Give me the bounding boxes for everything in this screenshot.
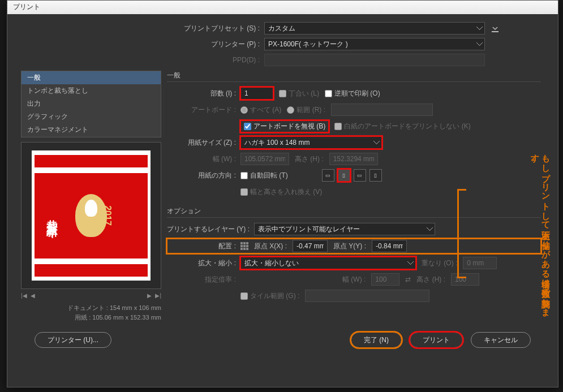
window-title: プリント — [13, 3, 40, 11]
paper-height-input — [329, 153, 378, 165]
ratio-h-input — [451, 273, 479, 286]
last-page-icon[interactable]: ▶| — [155, 292, 161, 299]
origin-x-input[interactable] — [293, 240, 328, 252]
ratio-h-label: 高さ (H) : — [416, 275, 445, 285]
preview-area: 恭賀新年 2017 — [21, 142, 161, 289]
ratio-w-label: 幅 (W) : — [342, 275, 366, 285]
layers-label: プリントするレイヤー (Y) : — [167, 225, 254, 234]
paper-height-label: 高さ (H) : — [295, 154, 324, 164]
tile-range-input — [305, 290, 429, 302]
ratio-label: 指定倍率 : — [167, 275, 240, 285]
paper-size-select[interactable]: ハガキ 100 x 148 mm — [240, 136, 382, 149]
scale-label: 拡大・縮小 : — [167, 259, 240, 268]
paper-width-label: 幅 (W) : — [167, 154, 240, 164]
reverse-checkbox[interactable] — [325, 90, 332, 97]
auto-rotate-checkbox[interactable] — [240, 172, 248, 179]
paper-size-label: 用紙サイズ (Z) : — [167, 138, 240, 148]
preview-nav: |◀ ◀ ▶ ▶| — [21, 292, 161, 299]
category-item-color[interactable]: カラーマネジメント — [22, 123, 161, 136]
placement-grid-icon[interactable] — [240, 242, 248, 250]
artboard-label: アートボード : — [167, 105, 240, 115]
printer-label: プリンター (P) : — [21, 40, 264, 49]
placement-label: 配置 : — [167, 242, 240, 251]
category-list: 一般 トンボと裁ち落とし 出力 グラフィック カラーマネジメント — [21, 71, 161, 137]
cancel-button[interactable]: キャンセル — [471, 332, 531, 348]
category-item-marks[interactable]: トンボと裁ち落とし — [22, 84, 161, 97]
link-icon: ⇄ — [405, 275, 411, 283]
collate-checkbox — [279, 90, 286, 97]
artboard-all-radio — [240, 106, 248, 114]
doc-dimensions: ドキュメント : 154 mm x 106 mm — [21, 303, 161, 313]
print-dialog: プリント プリントプリセット (S) : カスタム プリンター (P) : PX… — [7, 0, 558, 387]
overlap-input — [463, 257, 497, 269]
next-page-icon[interactable]: ▶ — [147, 292, 152, 299]
swap-wh-checkbox — [240, 188, 248, 196]
artboard-range-input — [331, 104, 433, 116]
save-preset-icon[interactable] — [491, 24, 500, 33]
scale-select[interactable]: 拡大・縮小しない — [240, 257, 416, 269]
orientation-label: 用紙の方向 : — [167, 171, 240, 180]
skip-blank-checkbox — [334, 123, 342, 130]
copies-input[interactable] — [240, 87, 273, 100]
section-general-title: 一般 — [167, 71, 541, 82]
origin-y-input[interactable] — [372, 240, 407, 252]
ratio-w-input — [371, 273, 399, 286]
section-options-title: オプション — [167, 206, 541, 218]
paper-width-input — [240, 153, 289, 165]
first-page-icon[interactable]: |◀ — [21, 292, 27, 299]
orient-portrait-down-icon[interactable]: ▭ — [354, 169, 366, 182]
copies-label: 部数 (I) : — [167, 89, 240, 98]
printer-select[interactable]: PX-1600F( ネットワーク ) — [264, 38, 485, 50]
prev-page-icon[interactable]: ◀ — [31, 292, 35, 299]
print-button[interactable]: プリント — [410, 332, 463, 348]
artboard-range-radio — [287, 106, 294, 114]
preset-label: プリントプリセット (S) : — [21, 24, 264, 33]
category-item-graphics[interactable]: グラフィック — [22, 110, 161, 123]
layers-select[interactable]: 表示中でプリント可能なレイヤー — [254, 223, 435, 235]
origin-x-label: 原点 X(X) : — [254, 242, 287, 251]
ignore-artboard-checkbox[interactable] — [244, 123, 251, 130]
ppd-label: PPD(D) : — [21, 56, 264, 64]
done-button[interactable]: 完了 (N) — [351, 332, 402, 348]
category-item-output[interactable]: 出力 — [22, 97, 161, 110]
overlap-label: 重なり (O) : — [422, 259, 457, 268]
printer-setup-button[interactable]: プリンター (U)... — [35, 332, 111, 348]
orient-portrait-up-icon[interactable]: ▭ — [322, 169, 334, 182]
paper-dimensions: 用紙 : 105.06 mm x 152.33 mm — [21, 313, 161, 322]
category-item-general[interactable]: 一般 — [22, 71, 161, 84]
orient-landscape-left-icon[interactable]: ▯ — [338, 169, 350, 182]
preview-thumbnail: 恭賀新年 2017 — [35, 155, 148, 277]
origin-y-label: 原点 Y(Y) : — [333, 242, 366, 251]
titlebar: プリント — [7, 1, 558, 14]
tile-range-checkbox — [240, 292, 248, 300]
orient-landscape-right-icon[interactable]: ▯ — [369, 169, 382, 182]
preset-select[interactable]: カスタム — [264, 22, 485, 35]
ppd-select — [264, 54, 485, 66]
